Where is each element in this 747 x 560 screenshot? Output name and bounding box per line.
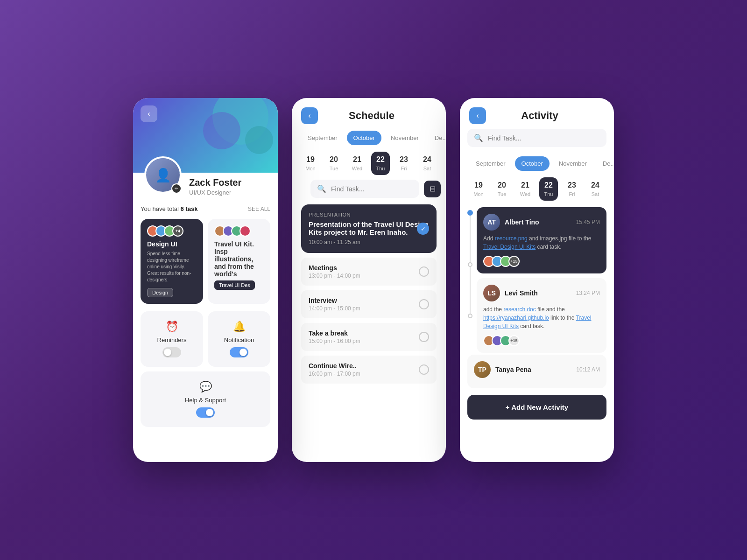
task-title: Design UI — [147, 240, 197, 248]
profile-body: You have total 6 task SEE ALL +4 Design … — [133, 173, 278, 441]
presentation-check: ✓ — [417, 223, 429, 235]
notification-toggle[interactable] — [230, 347, 248, 357]
github-link[interactable]: https://ryanazhari.github.io — [483, 315, 549, 321]
continue-time: 16:00 pm - 17:00 pm — [309, 371, 360, 377]
activity-back-button[interactable]: ‹ — [469, 107, 486, 124]
tanya-user: TP Tanya Pena — [474, 361, 531, 378]
act-month-nov[interactable]: November — [552, 156, 593, 171]
albert-avatars: +15 — [483, 256, 600, 267]
task-avatars-2 — [214, 225, 264, 237]
activity-card: ‹ Activity 🔍 September October November … — [460, 98, 614, 462]
act-month-sep[interactable]: September — [469, 156, 512, 171]
activity-top-1: AT Albert Tino 15:45 PM — [483, 214, 600, 231]
act-day-23[interactable]: 23 Fri — [563, 177, 581, 201]
day-item-22-active[interactable]: 22 Thu — [371, 152, 390, 175]
add-activity-button[interactable]: + Add New Activity — [467, 395, 606, 420]
meetings-item[interactable]: Meetings 13:00 pm - 14:00 pm — [301, 258, 437, 286]
avatar-count-badge: +4 — [172, 225, 183, 237]
act-day-24[interactable]: 24 Sat — [586, 177, 605, 201]
day-item-23[interactable]: 23 Fri — [395, 152, 413, 175]
day-item-21[interactable]: 21 Wed — [348, 152, 366, 175]
task-title-2: Travel UI Kit. Insp illustrations, and f… — [214, 240, 264, 278]
levi-avatars: +15 — [483, 335, 600, 346]
task-cards-row: +4 Design UI Spend less time designing w… — [141, 219, 270, 304]
task-card-travel[interactable]: Travel UI Kit. Insp illustrations, and f… — [208, 219, 270, 304]
profile-back-button[interactable]: ‹ — [141, 105, 157, 122]
break-title: Take a break — [309, 329, 360, 337]
presentation-card[interactable]: PRESENTATION Presentation of the Travel … — [301, 204, 437, 253]
timeline-dot-1 — [467, 210, 473, 216]
profile-card: ‹ 👤 ✏ Zack Foster UI/UX Designer You hav… — [133, 98, 278, 462]
albert-avatar: AT — [483, 214, 500, 231]
act-day-21[interactable]: 21 Wed — [516, 177, 535, 201]
resource-link[interactable]: resource.png — [495, 235, 528, 242]
timeline-dot-2 — [468, 262, 472, 267]
help-support-setting: 💬 Help & Support — [141, 371, 270, 427]
day-row: 19 Mon 20 Tue 21 Wed 22 Thu 23 Fri 24 Sa… — [292, 150, 446, 180]
interview-time: 14:00 pm - 15:00 pm — [309, 305, 360, 312]
tasks-count-text: You have total 6 task — [141, 205, 197, 212]
mini-avatar — [240, 225, 251, 237]
see-all-link[interactable]: SEE ALL — [248, 206, 270, 212]
reminders-toggle[interactable] — [162, 347, 181, 357]
act-day-19[interactable]: 19 Mon — [469, 177, 488, 201]
task-tag-2: Travel UI Des — [214, 280, 255, 290]
continue-title: Continue Wire.. — [309, 362, 360, 370]
avatar-count-a: +15 — [508, 256, 520, 267]
profile-name: Zack Foster — [189, 177, 241, 188]
reminders-icon: ⏰ — [166, 321, 178, 333]
levi-text: add the research.doc file and the https:… — [483, 305, 600, 330]
task-avatars: +4 — [147, 225, 197, 237]
search-input[interactable] — [331, 185, 413, 193]
day-item-20[interactable]: 20 Tue — [324, 152, 343, 175]
day-item-24[interactable]: 24 Sat — [418, 152, 437, 175]
month-tab-october[interactable]: October — [347, 131, 381, 145]
profile-avatar-wrapper: 👤 ✏ — [144, 156, 182, 194]
act-day-22-active[interactable]: 22 Thu — [539, 177, 558, 201]
act-day-20[interactable]: 20 Tue — [493, 177, 511, 201]
task-description: Spend less time designing wireframe onli… — [147, 251, 197, 283]
act-month-oct[interactable]: October — [515, 156, 550, 171]
reminders-setting: ⏰ Reminders — [141, 311, 203, 367]
notification-icon: 🔔 — [233, 321, 246, 333]
activity-user-2: LS Levi Smith — [483, 285, 538, 301]
task-card-design[interactable]: +4 Design UI Spend less time designing w… — [141, 219, 203, 304]
notification-setting: 🔔 Notification — [208, 311, 270, 367]
profile-header: ‹ 👤 ✏ Zack Foster UI/UX Designer — [133, 98, 278, 173]
break-item[interactable]: Take a break 15:00 pm - 16:00 pm — [301, 323, 437, 351]
profile-role: UI/UX Designer — [189, 189, 241, 196]
activity-month-tabs: September October November De... — [460, 150, 614, 175]
presentation-category: PRESENTATION — [309, 212, 429, 217]
meetings-circle — [419, 266, 429, 277]
schedule-title: Schedule — [324, 110, 420, 122]
tanya-name: Tanya Pena — [495, 366, 531, 373]
continue-circle — [419, 364, 429, 375]
interview-circle — [419, 299, 429, 309]
settings-grid-2: 💬 Help & Support — [141, 371, 270, 427]
continue-item[interactable]: Continue Wire.. 16:00 pm - 17:00 pm — [301, 356, 437, 384]
avatar-count-l: +15 — [508, 335, 520, 346]
research-link[interactable]: research.doc — [503, 306, 536, 313]
activity-day-row: 19 Mon 20 Tue 21 Wed 22 Thu 23 Fri 24 Sa… — [460, 175, 614, 205]
act-month-dec[interactable]: De... — [596, 156, 614, 171]
activity-search-input[interactable] — [488, 134, 600, 142]
help-support-toggle[interactable] — [196, 407, 215, 418]
month-tab-november[interactable]: November — [384, 131, 425, 145]
day-item-19[interactable]: 19 Mon — [301, 152, 320, 175]
schedule-card: ‹ Schedule September October November De… — [292, 98, 446, 462]
search-bar: 🔍 — [310, 180, 419, 198]
activity-search-wrapper: 🔍 — [460, 124, 614, 150]
month-tab-dec[interactable]: De... — [428, 131, 446, 145]
month-tab-september[interactable]: September — [301, 131, 344, 145]
presentation-time: 10:00 am - 11:25 am — [309, 239, 429, 245]
activity-user-1: AT Albert Tino — [483, 214, 539, 231]
travel-kits-link-1[interactable]: Travel Design UI Kits — [483, 244, 536, 250]
presentation-title: Presentation of the Travel UI Design Kit… — [309, 220, 429, 236]
levi-avatar: LS — [483, 285, 500, 301]
timeline-line-2 — [470, 267, 471, 314]
edit-avatar-button[interactable]: ✏ — [171, 183, 182, 194]
filter-button[interactable]: ⊟ — [424, 181, 441, 197]
interview-item[interactable]: Interview 14:00 pm - 15:00 pm — [301, 290, 437, 318]
schedule-back-button[interactable]: ‹ — [301, 107, 318, 124]
tanya-time: 10:12 AM — [576, 366, 600, 373]
